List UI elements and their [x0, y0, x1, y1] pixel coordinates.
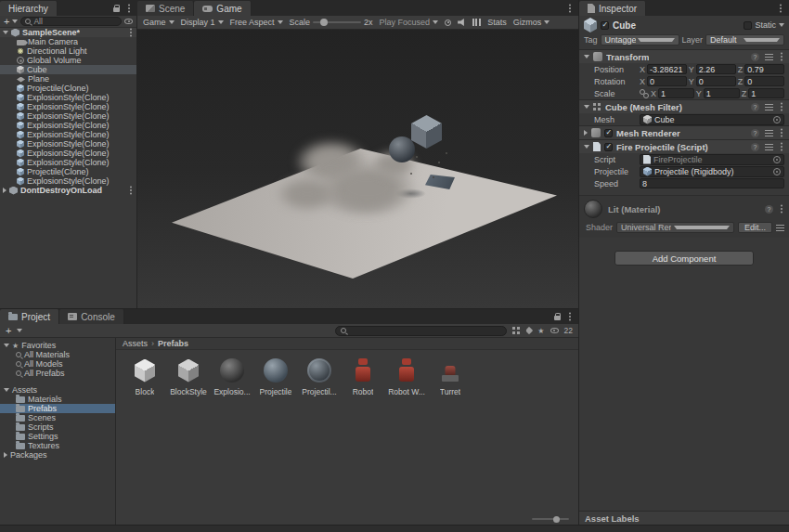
project-search-input[interactable] [335, 326, 507, 336]
rotation-x-field[interactable]: 0 [647, 76, 687, 86]
favorite-item[interactable]: All Models [0, 359, 115, 369]
scale-x-field[interactable]: 1 [658, 88, 694, 98]
asset-tile[interactable]: Block [124, 355, 165, 396]
foldout-caret-icon[interactable] [584, 130, 588, 136]
lock-icon[interactable] [113, 7, 120, 12]
help-icon[interactable] [751, 103, 759, 111]
folder-item[interactable]: Scripts [0, 422, 115, 432]
tab-inspector[interactable]: Inspector [579, 1, 646, 16]
favorite-item[interactable]: All Materials [0, 350, 115, 359]
panel-menu-icon[interactable] [128, 7, 130, 9]
position-x-field[interactable]: -3.28621 [647, 64, 687, 74]
hierarchy-item[interactable]: Plane [0, 74, 136, 84]
asset-zoom-slider[interactable] [532, 518, 569, 520]
static-dropdown[interactable]: Static [744, 20, 784, 30]
breadcrumb-current[interactable]: Prefabs [158, 339, 188, 348]
asset-tile[interactable]: Robot W... [386, 355, 427, 396]
create-menu-caret-icon[interactable] [12, 19, 18, 23]
stats-button[interactable]: Stats [487, 18, 507, 27]
folder-item[interactable]: Materials [0, 395, 115, 404]
help-icon[interactable] [751, 53, 759, 61]
folder-item[interactable]: Prefabs [0, 404, 115, 413]
position-z-field[interactable]: 0.79 [744, 64, 784, 74]
hierarchy-search-input[interactable]: All [20, 17, 122, 26]
hierarchy-item[interactable]: ExplosionStyle(Clone) [0, 149, 136, 158]
hierarchy-item[interactable]: Global Volume [0, 56, 136, 65]
scene-visibility-icon[interactable] [124, 19, 133, 24]
hierarchy-item[interactable]: ExplosionStyle(Clone) [0, 139, 136, 149]
lock-icon[interactable] [554, 316, 561, 320]
shader-dropdown[interactable]: Universal Render Pipeline [616, 222, 734, 233]
rotation-z-field[interactable]: 0 [744, 76, 784, 86]
aspect-menu[interactable]: Free Aspect [230, 18, 283, 27]
script-component-header[interactable]: Fire Projectile (Script) [579, 139, 789, 153]
component-menu-icon[interactable] [781, 132, 783, 134]
foldout-caret-icon[interactable] [4, 452, 7, 458]
object-picker-icon[interactable] [773, 116, 781, 123]
mesh-filter-header[interactable]: Cube (Mesh Filter) [579, 99, 789, 113]
favorite-item[interactable]: All Prefabs [0, 369, 115, 378]
play-focused-menu[interactable]: Play Focused [380, 18, 439, 27]
create-object-button[interactable] [4, 18, 9, 26]
brightness-icon[interactable] [445, 19, 451, 26]
create-asset-button[interactable] [6, 327, 11, 335]
object-thumbnail-icon[interactable] [584, 18, 597, 32]
add-component-button[interactable]: Add Component [614, 251, 754, 266]
favorites-header[interactable]: Favorites [0, 341, 115, 350]
foldout-caret-icon[interactable] [4, 344, 9, 347]
material-preview-sphere[interactable] [584, 200, 602, 218]
tab-project[interactable]: Project [0, 309, 59, 324]
component-menu-icon[interactable] [781, 106, 783, 108]
presets-icon[interactable] [765, 54, 773, 60]
assets-header[interactable]: Assets [0, 385, 115, 395]
game-viewport[interactable] [137, 30, 578, 308]
saved-search-icon[interactable] [537, 326, 544, 335]
hierarchy-item[interactable]: ExplosionStyle(Clone) [0, 93, 136, 102]
game-view-menu[interactable]: Game [143, 18, 175, 27]
component-menu-icon[interactable] [781, 56, 783, 58]
hierarchy-item[interactable]: Projectile(Clone) [0, 84, 136, 93]
hierarchy-item[interactable]: ExplosionStyle(Clone) [0, 102, 136, 111]
rotation-y-field[interactable]: 0 [696, 76, 736, 86]
asset-labels-bar[interactable]: Asset Labels [579, 511, 789, 525]
presets-icon[interactable] [776, 225, 784, 231]
mesh-object-field[interactable]: Cube [640, 114, 784, 125]
asset-tile[interactable]: Explosio... [212, 355, 252, 396]
presets-icon[interactable] [765, 130, 773, 136]
panel-menu-icon[interactable] [780, 7, 782, 9]
breadcrumb-root[interactable]: Assets [123, 339, 148, 348]
position-y-field[interactable]: 2.26 [696, 64, 736, 74]
hidden-count-icon[interactable] [550, 328, 559, 333]
foldout-caret-icon[interactable] [4, 388, 9, 392]
scale-y-field[interactable]: 1 [704, 88, 740, 98]
asset-tile[interactable]: Projectil... [299, 355, 340, 396]
presets-icon[interactable] [765, 104, 773, 110]
hierarchy-item[interactable]: ExplosionStyle(Clone) [0, 111, 136, 121]
scene-menu-icon[interactable] [130, 189, 132, 191]
hierarchy-item[interactable]: Directional Light [0, 46, 136, 56]
help-icon[interactable] [765, 205, 773, 214]
tag-dropdown[interactable]: Untagged [601, 34, 679, 45]
display-menu[interactable]: Display 1 [181, 18, 224, 27]
tab-hierarchy[interactable]: Hierarchy [0, 1, 58, 16]
panel-menu-icon[interactable] [569, 7, 571, 9]
foldout-caret-icon[interactable] [584, 55, 589, 58]
hierarchy-item[interactable]: ExplosionStyle(Clone) [0, 121, 136, 130]
component-menu-icon[interactable] [781, 146, 783, 148]
folder-item[interactable]: Textures [0, 441, 115, 450]
foldout-caret-icon[interactable] [584, 105, 589, 109]
dont-destroy-row[interactable]: DontDestroyOnLoad [0, 186, 136, 195]
hierarchy-item[interactable]: Main Camera [0, 37, 136, 46]
foldout-caret-icon[interactable] [3, 188, 6, 193]
hierarchy-item[interactable]: Cube [0, 65, 136, 74]
tab-game[interactable]: Game [194, 1, 251, 16]
asset-tile[interactable]: BlockStyle [168, 355, 209, 396]
active-checkbox[interactable] [601, 21, 609, 30]
search-by-type-icon[interactable] [512, 327, 515, 330]
hierarchy-item[interactable]: ExplosionStyle(Clone) [0, 130, 136, 139]
layer-dropdown[interactable]: Default [705, 34, 784, 45]
component-enabled-checkbox[interactable] [604, 143, 613, 151]
panel-menu-icon[interactable] [569, 316, 571, 318]
hierarchy-item[interactable]: ExplosionStyle(Clone) [0, 158, 136, 167]
projectile-object-field[interactable]: Projectile (Rigidbody) [640, 166, 784, 177]
